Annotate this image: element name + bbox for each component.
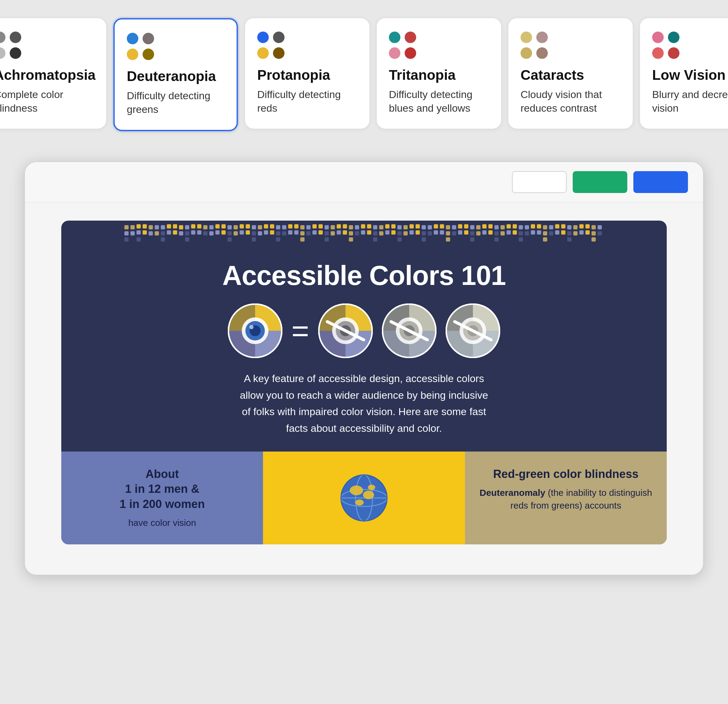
svg-rect-136 [470,231,474,236]
eye-blind-1-icon [318,304,373,358]
svg-rect-13 [203,225,208,230]
svg-rect-164 [276,237,280,241]
svg-rect-148 [543,231,547,236]
svg-rect-116 [349,231,353,236]
svg-rect-121 [379,231,383,236]
svg-rect-40 [367,224,371,228]
toolbar-input-box[interactable] [512,171,567,193]
card-low-vision[interactable]: Low Vision Blurry and decreased vision [640,18,728,129]
svg-rect-11 [191,224,195,228]
svg-rect-91 [197,230,201,234]
svg-rect-87 [173,230,177,234]
svg-rect-147 [537,230,541,234]
svg-rect-173 [494,237,499,241]
svg-rect-94 [215,230,220,234]
svg-rect-23 [264,224,268,228]
card-achromatopsia[interactable]: Achromatopsia Complete color blindness [0,18,106,129]
svg-rect-4 [149,225,153,230]
svg-rect-171 [446,237,450,241]
svg-rect-19 [240,224,244,228]
svg-rect-3 [143,224,147,228]
infographic-body-text: A key feature of accessible design, acce… [212,370,516,451]
svg-rect-52 [440,224,444,228]
card-deuteranopia[interactable]: Deuteranopia Difficulty detecting greens [113,18,238,131]
dot [389,47,400,59]
svg-rect-101 [258,231,262,236]
svg-rect-28 [294,224,299,228]
card-desc: Blurry and decreased vision [652,88,728,116]
svg-rect-93 [209,231,214,236]
svg-rect-126 [409,230,414,234]
card-cataracts[interactable]: Cataracts Cloudy vision that reduces con… [508,18,633,129]
toolbar-green-button[interactable] [573,171,627,193]
dot [127,33,138,44]
dot [143,49,154,60]
svg-rect-65 [519,225,523,230]
svg-rect-54 [452,225,456,230]
stat-title-red-green: Red-green color blindness [477,467,654,481]
svg-rect-107 [294,230,299,234]
svg-rect-64 [513,224,517,228]
dot [652,32,664,43]
svg-rect-6 [161,225,165,230]
card-title: Deuteranopia [127,69,224,84]
svg-rect-111 [319,230,323,234]
card-protanopia[interactable]: Protanopia Difficulty detecting reds [245,18,370,129]
svg-rect-117 [355,231,359,236]
svg-rect-62 [501,225,505,230]
svg-rect-153 [573,231,578,236]
svg-rect-29 [300,225,305,230]
dot [10,47,21,59]
card-dots-deuteranopia [127,33,151,60]
stat-card-globe [263,451,465,544]
svg-rect-103 [270,230,274,234]
stat-title-men-women: About1 in 12 men &1 in 200 women [74,467,251,512]
svg-rect-32 [319,224,323,228]
svg-rect-60 [488,224,493,228]
dot [652,47,664,59]
svg-rect-63 [507,224,511,228]
svg-rect-122 [385,230,390,234]
svg-rect-50 [428,225,432,230]
infographic-title: Accessible Colors 101 [61,260,667,291]
svg-rect-33 [325,225,329,230]
svg-rect-146 [531,230,535,234]
svg-rect-36 [343,224,347,228]
svg-rect-161 [185,237,189,241]
svg-rect-149 [549,231,553,236]
dot [668,32,679,43]
svg-rect-90 [191,230,195,234]
svg-rect-127 [416,230,420,234]
svg-rect-86 [167,230,171,234]
svg-rect-174 [519,237,523,241]
svg-rect-69 [543,225,547,230]
svg-rect-89 [185,231,189,236]
svg-rect-41 [373,225,377,230]
svg-rect-71 [555,224,559,228]
svg-rect-175 [543,237,547,241]
svg-rect-176 [567,237,572,241]
svg-rect-68 [537,224,541,228]
svg-rect-24 [270,224,274,228]
card-tritanopia[interactable]: Tritanopia Difficulty detecting blues an… [377,18,501,129]
svg-rect-100 [252,231,256,236]
card-desc: Difficulty detecting greens [127,89,224,117]
svg-rect-168 [373,237,377,241]
svg-rect-80 [130,231,135,236]
dot [0,47,6,59]
stat-card-red-green: Red-green color blindness Deuteranomaly … [465,451,667,544]
svg-rect-131 [440,230,444,234]
svg-rect-120 [373,231,377,236]
vision-cards-row: Achromatopsia Complete color blindness D… [0,0,728,149]
svg-point-204 [363,491,374,499]
svg-rect-48 [416,224,420,228]
toolbar-blue-button[interactable] [633,171,688,193]
svg-rect-156 [591,231,596,236]
svg-rect-124 [397,231,402,236]
svg-rect-46 [403,225,408,230]
svg-rect-58 [476,225,481,230]
svg-rect-155 [585,230,590,234]
svg-point-182 [249,325,254,329]
svg-rect-110 [312,230,317,234]
svg-rect-135 [464,230,468,234]
